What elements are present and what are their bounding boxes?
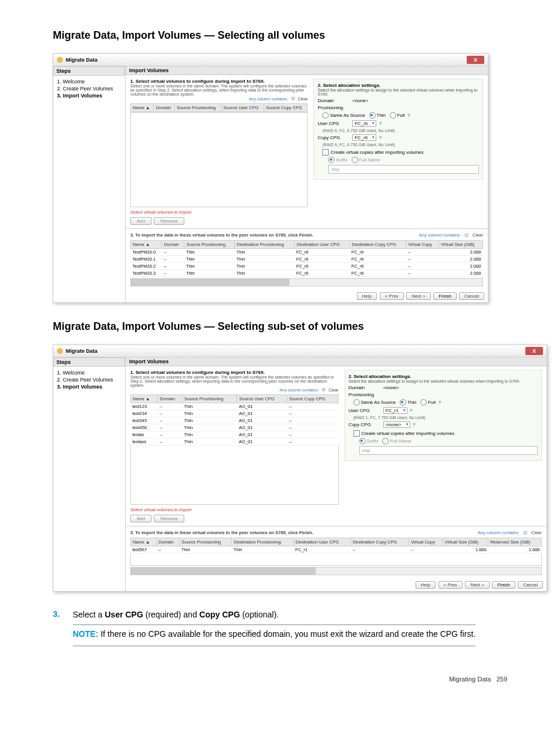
add-button[interactable]: Add xyxy=(130,217,151,225)
scrollbar[interactable] xyxy=(130,278,483,286)
help-icon[interactable]: ? xyxy=(379,135,382,140)
col-src-copycpg[interactable]: Source Copy CPG xyxy=(264,104,307,112)
radio-thin[interactable] xyxy=(400,399,406,406)
opt-full: Full xyxy=(428,400,436,405)
c-name[interactable]: Name ▲ xyxy=(131,538,157,546)
close-icon[interactable]: X xyxy=(525,347,543,355)
finish-button[interactable]: Finish xyxy=(433,292,456,300)
radio-same-as-source[interactable] xyxy=(322,112,329,119)
radio-same-as-source[interactable] xyxy=(353,399,360,406)
cancel-button[interactable]: Cancel xyxy=(518,581,543,589)
col2-domain[interactable]: Domain xyxy=(162,241,184,249)
c-ducpg[interactable]: Destination User CPG xyxy=(294,538,350,546)
table-row[interactable]: TestPM20.2--ThinThinFC_r6FC_r6--2.000 xyxy=(131,263,483,270)
col2-dest-copycpg[interactable]: Destination Copy CPG xyxy=(350,241,406,249)
sec1-desc: Select one or more volumes in the same d… xyxy=(130,375,339,387)
help-icon[interactable]: ? xyxy=(379,121,382,126)
radio-fullname[interactable] xyxy=(382,438,389,444)
table-row[interactable]: TestPM20.0--ThinThinFC_r6FC_r6--2.000 xyxy=(131,249,483,256)
col2-name[interactable]: Name ▲ xyxy=(131,241,162,249)
opt-thin: Thin xyxy=(377,113,386,118)
checkbox-create-vc[interactable] xyxy=(353,430,360,437)
close-icon[interactable]: X xyxy=(467,56,484,64)
c-vs[interactable]: Virtual Size (GiB) xyxy=(443,538,488,546)
filter-icon[interactable]: ▤ xyxy=(464,232,469,238)
c-dprov[interactable]: Destination Provisioning xyxy=(232,538,294,546)
table-row[interactable]: test234--ThinAO_01-- xyxy=(131,410,339,417)
finish-button[interactable]: Finish xyxy=(492,581,515,589)
copycpg-dropdown[interactable]: FC_r6 xyxy=(352,134,376,141)
help-icon[interactable]: ? xyxy=(413,422,416,427)
help-icon[interactable]: ? xyxy=(407,113,410,118)
table-row[interactable]: test456--ThinAO_01-- xyxy=(131,424,339,431)
col-src-usercpg[interactable]: Source User CPG xyxy=(237,395,287,403)
filter-icon[interactable]: ▤ xyxy=(291,96,295,101)
col-src-prov[interactable]: Source Provisioning xyxy=(182,395,237,403)
prev-button[interactable]: < Prev xyxy=(380,292,404,300)
table-row[interactable]: test123--ThinAO_01-- xyxy=(131,403,339,410)
col-src-prov[interactable]: Source Provisioning xyxy=(174,104,221,112)
radio-thin[interactable] xyxy=(369,112,376,119)
c-domain[interactable]: Domain xyxy=(156,538,180,546)
clear-link[interactable]: Clear xyxy=(329,388,339,392)
radio-full[interactable] xyxy=(420,399,427,406)
table-row[interactable]: test567--ThinThinFC_r1----1.0001.000 xyxy=(131,546,542,553)
clear-link-2[interactable]: Clear xyxy=(531,530,542,535)
panel-header: Import Volumes xyxy=(126,357,546,366)
usercpg-dropdown[interactable]: FC_r6 xyxy=(352,120,376,127)
cancel-button[interactable]: Cancel xyxy=(459,292,484,300)
help-icon[interactable]: ? xyxy=(410,408,413,413)
next-button[interactable]: Next > xyxy=(465,581,489,589)
copycpg-dropdown[interactable]: <none> xyxy=(383,421,410,428)
any-column-contains[interactable]: Any column contains: xyxy=(279,388,319,392)
sec1-bold: 1. Select virtual volumes to configure d… xyxy=(130,79,265,84)
any-column-contains-2[interactable]: Any column contains: xyxy=(478,530,519,535)
usercpg-dropdown[interactable]: FC_r1 xyxy=(383,407,407,414)
col-src-copycpg[interactable]: Source Copy CPG xyxy=(287,395,338,403)
col-domain[interactable]: Domain xyxy=(154,104,174,112)
copycpg-hint: (RAID 6, FC, 6.750 GiB Used, No Limit) xyxy=(322,143,479,147)
col2-virt-size[interactable]: Virtual Size (GiB) xyxy=(438,241,483,249)
scrollbar[interactable] xyxy=(130,567,542,575)
footer-page: 259 xyxy=(497,676,507,683)
checkbox-create-vc[interactable] xyxy=(322,149,329,156)
remove-button[interactable]: Remove xyxy=(154,515,184,522)
help-button[interactable]: Help xyxy=(357,292,377,300)
radio-suffix[interactable] xyxy=(359,438,366,444)
radio-full[interactable] xyxy=(390,112,396,119)
c-sprov[interactable]: Source Provisioning xyxy=(180,538,232,546)
col2-src-prov[interactable]: Source Provisioning xyxy=(184,241,235,249)
next-button[interactable]: Next > xyxy=(406,292,430,300)
table-row[interactable]: TestPM20.1--ThinThinFC_r6FC_r6--2.000 xyxy=(131,256,483,263)
clear-link-2[interactable]: Clear xyxy=(473,232,483,238)
suffix-input[interactable]: .imp xyxy=(328,165,479,174)
col2-virt-copy[interactable]: Virtual Copy xyxy=(406,241,439,249)
help-icon[interactable]: ? xyxy=(438,400,441,405)
radio-fullname[interactable] xyxy=(352,157,358,163)
filter-icon[interactable]: ▤ xyxy=(322,387,326,392)
table-row[interactable]: test345--ThinAO_01-- xyxy=(131,417,339,424)
col2-dest-prov[interactable]: Destination Provisioning xyxy=(235,241,295,249)
radio-suffix[interactable] xyxy=(328,157,335,163)
prev-button[interactable]: < Prev xyxy=(438,581,463,589)
add-button[interactable]: Add xyxy=(130,515,151,522)
table-row[interactable]: testass--ThinAO_01-- xyxy=(131,438,339,445)
clear-link[interactable]: Clear xyxy=(298,97,308,101)
col-domain[interactable]: Domain xyxy=(158,395,183,403)
source-volumes-table: Name ▲ Domain Source Provisioning Source… xyxy=(130,394,339,445)
c-rs[interactable]: Reserved Size (GiB) xyxy=(488,538,542,546)
col2-dest-usercpg[interactable]: Destination User CPG xyxy=(295,241,350,249)
c-dccpg[interactable]: Destination Copy CPG xyxy=(350,538,409,546)
help-button[interactable]: Help xyxy=(416,581,436,589)
col-src-usercpg[interactable]: Source User CPG xyxy=(221,104,264,112)
filter-icon[interactable]: ▤ xyxy=(523,530,528,535)
table-row[interactable]: testas--ThinAO_01-- xyxy=(131,431,339,438)
any-column-contains[interactable]: Any column contains: xyxy=(249,97,288,101)
col-name[interactable]: Name ▲ xyxy=(131,104,154,112)
c-vc[interactable]: Virtual Copy xyxy=(409,538,443,546)
remove-button[interactable]: Remove xyxy=(154,217,184,225)
col-name[interactable]: Name ▲ xyxy=(131,395,158,403)
table-row[interactable]: TestPM20.3--ThinThinFC_r6FC_r6--2.000 xyxy=(131,270,483,277)
suffix-input[interactable]: .imp xyxy=(359,446,538,455)
any-column-contains-2[interactable]: Any column contains: xyxy=(419,232,461,238)
